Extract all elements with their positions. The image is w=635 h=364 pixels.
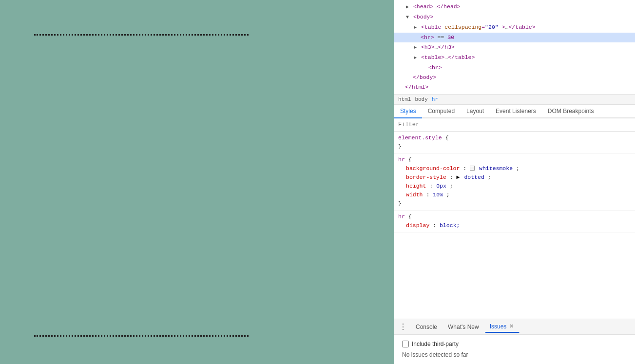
issues-panel: Include third-party No issues detected s… bbox=[394, 334, 635, 364]
issues-tab-label: Issues bbox=[490, 323, 507, 330]
dom-table2-line[interactable]: ▶ <table>…</table> bbox=[394, 53, 635, 63]
tab-whats-new[interactable]: What's New bbox=[443, 322, 484, 332]
css-block-hr-2: hr { display : block; bbox=[394, 211, 635, 232]
tab-event-listeners[interactable]: Event Listeners bbox=[490, 105, 542, 118]
filter-bar bbox=[394, 118, 635, 132]
dom-table-line[interactable]: ▶ <table cellspacing="20" >…</table> bbox=[394, 22, 635, 33]
css-prop-width: width : 10% ; bbox=[398, 191, 631, 199]
expand-triangle: ▶ bbox=[414, 45, 417, 50]
expand-triangle: ▶ bbox=[414, 25, 417, 30]
dom-hr2-line[interactable]: <hr> bbox=[394, 63, 635, 73]
css-prop-border-style: border-style : ▶ dotted ; bbox=[398, 173, 631, 182]
preview-panel bbox=[0, 0, 394, 364]
css-prop-height: height : 0px ; bbox=[398, 182, 631, 191]
expand-triangle: ▶ bbox=[414, 55, 417, 60]
tab-styles[interactable]: Styles bbox=[394, 105, 422, 118]
dom-h3-line[interactable]: ▶ <h3>…</h3> bbox=[394, 42, 635, 53]
css-block-element-style: element.style { } bbox=[394, 132, 635, 153]
dom-body-open-line[interactable]: ▼ <body> bbox=[394, 12, 635, 22]
hr-bottom-element bbox=[34, 335, 249, 337]
dom-body-close-line[interactable]: </body> bbox=[394, 73, 635, 82]
include-third-party-label: Include third-party bbox=[412, 341, 459, 347]
breadcrumb-html[interactable]: html bbox=[398, 96, 411, 102]
dom-html-close-line[interactable]: </html> bbox=[394, 82, 635, 92]
dom-tree[interactable]: ▶ <head>…</head> ▼ <body> ▶ <table cells… bbox=[394, 0, 635, 95]
css-prop-background-color: background-color : whitesmoke ; bbox=[398, 164, 631, 173]
styles-content[interactable]: element.style { } hr { background-color … bbox=[394, 118, 635, 319]
border-style-triangle-icon[interactable]: ▶ bbox=[457, 173, 460, 182]
tab-computed[interactable]: Computed bbox=[422, 105, 461, 118]
css-selector-element-style: element.style { bbox=[398, 134, 631, 142]
include-third-party-row: Include third-party bbox=[398, 339, 631, 349]
collapse-triangle: ▼ bbox=[406, 15, 409, 20]
css-close-brace: } bbox=[398, 142, 631, 151]
tab-dom-breakpoints[interactable]: DOM Breakpoints bbox=[542, 105, 600, 118]
tab-issues[interactable]: Issues ✕ bbox=[485, 321, 520, 333]
css-prop-display: display : block; bbox=[398, 221, 631, 230]
issues-tab-close[interactable]: ✕ bbox=[508, 323, 515, 329]
css-hr-selector-2: hr { bbox=[398, 212, 631, 221]
expand-triangle: ▶ bbox=[406, 4, 409, 10]
whats-new-tab-label: What's New bbox=[448, 324, 479, 330]
devtools-panel: ▶ <head>…</head> ▼ <body> ▶ <table cells… bbox=[394, 0, 635, 364]
hr-top-element bbox=[34, 34, 249, 36]
filter-input[interactable] bbox=[398, 121, 631, 128]
tab-console[interactable]: Console bbox=[411, 322, 442, 332]
css-hr-selector-1: hr { bbox=[398, 155, 631, 164]
dom-head-line[interactable]: ▶ <head>…</head> bbox=[394, 2, 635, 12]
css-close-brace-hr1: } bbox=[398, 199, 631, 208]
bottom-tabs: ⋮ Console What's New Issues ✕ bbox=[394, 319, 635, 334]
styles-tabs: Styles Computed Layout Event Listeners D… bbox=[394, 105, 635, 118]
breadcrumb-bar: html body hr bbox=[394, 95, 635, 105]
breadcrumb-hr[interactable]: hr bbox=[432, 96, 438, 102]
breadcrumb-body[interactable]: body bbox=[415, 96, 427, 102]
css-block-hr-1: hr { background-color : whitesmoke ; bor… bbox=[394, 153, 635, 211]
dom-hr-selected-line[interactable]: <hr> == $0 bbox=[394, 33, 635, 42]
console-tab-label: Console bbox=[416, 324, 437, 330]
more-tabs-button[interactable]: ⋮ bbox=[396, 320, 410, 333]
include-third-party-checkbox[interactable] bbox=[402, 341, 409, 347]
color-swatch-whitesmoke[interactable] bbox=[470, 166, 475, 171]
tab-layout[interactable]: Layout bbox=[461, 105, 490, 118]
no-issues-text: No issues detected so far bbox=[398, 349, 631, 360]
